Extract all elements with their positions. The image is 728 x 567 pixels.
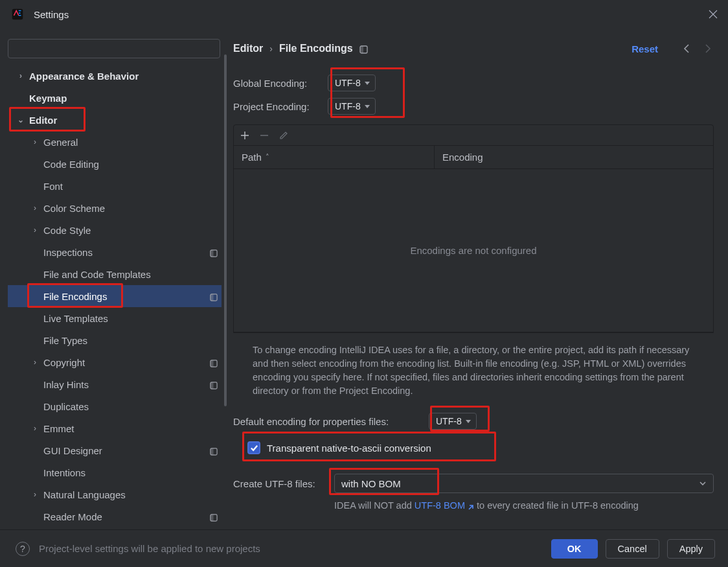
scrollbar[interactable] (224, 54, 227, 406)
breadcrumb-current: File Encodings (279, 43, 353, 54)
settings-content: Editor › File Encodings Reset Global Enc… (228, 29, 728, 529)
tree-item-label: Font (43, 181, 63, 192)
back-icon[interactable] (681, 43, 693, 54)
reset-button[interactable]: Reset (631, 43, 658, 54)
tree-item-general[interactable]: ›General (8, 131, 222, 153)
edit-icon (279, 131, 288, 140)
utf8-bom-link[interactable]: UTF-8 BOM (415, 500, 474, 511)
tree-item-code-style[interactable]: ›Code Style (8, 219, 222, 241)
chevron-down-icon: ⌄ (17, 115, 25, 124)
tree-item-label: Emmet (43, 423, 74, 434)
tree-item-duplicates[interactable]: ›Duplicates (8, 395, 222, 417)
properties-encoding-label: Default encoding for properties files: (233, 416, 429, 427)
chevron-down-icon (699, 480, 707, 487)
tree-item-file-encodings[interactable]: ›File Encodings (8, 285, 222, 307)
tree-item-label: Appearance & Behavior (29, 71, 139, 82)
tree-item-editor[interactable]: ⌄Editor (8, 109, 222, 131)
chevron-right-icon: › (31, 203, 39, 213)
sort-asc-icon: ˄ (266, 153, 269, 161)
tree-item-label: Inspections (43, 247, 93, 258)
project-scope-icon (210, 358, 218, 366)
tree-item-label: Keymap (29, 93, 67, 104)
tree-item-gui-designer[interactable]: ›GUI Designer (8, 439, 222, 461)
properties-encoding-value: UTF-8 (436, 416, 462, 426)
bom-dropdown[interactable]: with NO BOM (334, 474, 714, 493)
tree-item-font[interactable]: ›Font (8, 175, 222, 197)
project-encoding-dropdown[interactable]: UTF-8 (328, 98, 376, 115)
remove-icon (260, 131, 269, 140)
breadcrumb-parent[interactable]: Editor (233, 43, 263, 54)
project-scope-icon (210, 292, 218, 300)
project-scope-icon (210, 513, 218, 520)
svg-rect-13 (210, 515, 214, 521)
column-path[interactable]: Path ˄ (234, 146, 435, 168)
chevron-right-icon: › (31, 358, 39, 367)
tree-item-label: Copyright (43, 357, 85, 368)
project-scope-icon (210, 380, 218, 388)
tree-item-inspections[interactable]: ›Inspections (8, 241, 222, 263)
table-toolbar (234, 125, 713, 146)
global-encoding-dropdown[interactable]: UTF-8 (328, 75, 376, 91)
chevron-right-icon: › (31, 424, 39, 433)
project-scope-icon (210, 446, 218, 454)
app-icon (10, 7, 25, 21)
bom-label: Create UTF-8 files: (233, 478, 334, 489)
window-title: Settings (34, 9, 69, 20)
chevron-right-icon: › (31, 137, 39, 146)
tree-item-inlay-hints[interactable]: ›Inlay Hints (8, 373, 222, 395)
tree-item-natural-languages[interactable]: ›Natural Languages (8, 483, 222, 505)
svg-rect-3 (210, 250, 214, 257)
tree-item-file-and-code-templates[interactable]: ›File and Code Templates (8, 263, 222, 285)
properties-encoding-dropdown[interactable]: UTF-8 (429, 413, 477, 430)
cancel-button[interactable]: Cancel (606, 539, 659, 559)
settings-search[interactable] (8, 39, 220, 58)
project-encoding-value: UTF-8 (335, 101, 361, 111)
global-encoding-label: Global Encoding: (233, 78, 328, 89)
table-empty-text: Encodings are not configured (234, 169, 713, 332)
apply-button[interactable]: Apply (667, 539, 715, 559)
tree-item-color-scheme[interactable]: ›Color Scheme (8, 197, 222, 219)
chevron-right-icon: › (31, 226, 39, 235)
tree-item-label: Editor (29, 115, 57, 126)
svg-rect-9 (210, 382, 214, 389)
tree-item-appearance-behavior[interactable]: ›Appearance & Behavior (8, 65, 222, 87)
tree-item-label: Natural Languages (43, 489, 126, 500)
help-icon[interactable]: ? (16, 542, 30, 556)
search-input[interactable] (8, 39, 220, 58)
tree-item-intentions[interactable]: ›Intentions (8, 461, 222, 483)
project-level-note: Project-level settings will be applied t… (39, 543, 260, 554)
tree-item-label: Color Scheme (43, 203, 105, 214)
tree-item-file-types[interactable]: ›File Types (8, 329, 222, 351)
settings-tree[interactable]: ›Appearance & Behavior›Keymap⌄Editor›Gen… (8, 65, 228, 529)
native-to-ascii-checkbox[interactable] (247, 441, 260, 454)
tree-item-copyright[interactable]: ›Copyright (8, 351, 222, 373)
tree-item-live-templates[interactable]: ›Live Templates (8, 307, 222, 329)
tree-item-label: Code Style (43, 225, 91, 236)
tree-item-code-editing[interactable]: ›Code Editing (8, 153, 222, 175)
chevron-down-icon (466, 420, 471, 423)
encodings-table: Path ˄ Encoding Encodings are not config… (233, 124, 714, 333)
project-encoding-label: Project Encoding: (233, 101, 328, 112)
native-to-ascii-label: Transparent native-to-ascii conversion (267, 443, 431, 454)
tree-item-label: Duplicates (43, 401, 89, 412)
svg-rect-15 (360, 46, 363, 53)
tree-item-keymap[interactable]: ›Keymap (8, 87, 222, 109)
tree-item-label: File and Code Templates (43, 269, 151, 280)
tree-item-label: Inlay Hints (43, 379, 89, 390)
tree-item-reader-mode[interactable]: ›Reader Mode (8, 505, 222, 527)
tree-item-label: Code Editing (43, 159, 99, 170)
tree-item-label: GUI Designer (43, 445, 102, 456)
close-icon[interactable] (709, 10, 718, 19)
svg-rect-5 (210, 294, 214, 301)
external-link-icon (467, 503, 474, 510)
tree-item-label: File Types (43, 335, 87, 346)
add-icon[interactable] (240, 131, 249, 140)
svg-rect-11 (210, 448, 214, 455)
breadcrumb: Editor › File Encodings Reset (233, 39, 714, 58)
ok-button[interactable]: OK (551, 539, 598, 559)
tree-item-emmet[interactable]: ›Emmet (8, 417, 222, 439)
tree-item-label: General (43, 137, 78, 148)
bom-value: with NO BOM (341, 478, 401, 489)
column-encoding[interactable]: Encoding (435, 152, 713, 163)
titlebar: Settings (0, 0, 728, 29)
